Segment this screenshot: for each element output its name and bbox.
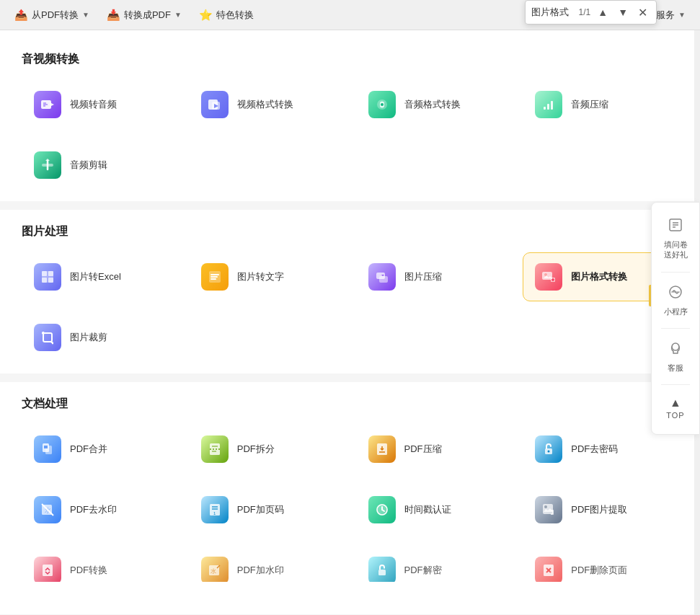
video-to-audio-icon	[34, 91, 61, 118]
svg-rect-10	[544, 107, 546, 110]
svg-marker-15	[45, 159, 50, 161]
video-to-audio-card[interactable]: 视频转音频	[22, 80, 177, 129]
special-convert-btn[interactable]: ⭐ 特色转换	[192, 5, 261, 25]
svg-rect-32	[43, 333, 52, 342]
doc-row-1: PDF合并 PDF拆分 PDF压缩 PDF去密码	[22, 425, 678, 474]
img-to-excel-icon	[34, 263, 61, 291]
video-format-label: 视频格式转换	[237, 98, 293, 111]
find-prev-btn[interactable]: ▲	[595, 5, 611, 19]
img-to-excel-label: 图片转Excel	[70, 270, 121, 283]
image-header: 图片处理	[22, 224, 678, 239]
svg-point-49	[548, 451, 550, 453]
to-pdf-label: 转换成PDF	[124, 9, 171, 22]
from-pdf-btn[interactable]: 📤 从PDF转换 ▼	[7, 5, 97, 25]
img-to-text-icon	[201, 263, 229, 291]
pdf-compress-label: PDF压缩	[404, 443, 442, 456]
pdf-split-icon	[201, 435, 229, 463]
pdf-add-watermark-card[interactable]: 水 PDF加水印	[189, 546, 345, 582]
audio-compress-card[interactable]: 音频压缩	[523, 80, 678, 129]
svg-marker-1	[50, 102, 54, 107]
svg-rect-26	[379, 276, 388, 283]
from-pdf-arrow: ▼	[82, 11, 89, 19]
audio-format-icon	[368, 91, 396, 118]
pdf-compress-card[interactable]: PDF压缩	[356, 425, 512, 474]
main-content: 音视频转换 视频转音频 视频格式转换 音频格式转换 音频压缩	[0, 30, 700, 614]
support-label: 客服	[668, 363, 683, 373]
find-next-btn[interactable]: ▼	[615, 5, 631, 19]
pdf-decrypt-card[interactable]: PDF解密	[356, 546, 512, 582]
pdf-extract-img-label: PDF图片提取	[571, 503, 627, 516]
svg-point-78	[672, 343, 679, 350]
svg-rect-41	[210, 443, 220, 455]
img-compress-icon	[368, 263, 396, 291]
img-crop-icon	[34, 324, 61, 351]
survey-label: 填问卷送好礼	[664, 239, 688, 260]
right-panel: 填问卷送好礼 小程序 客服 ▲ TOP	[651, 202, 700, 435]
svg-text:水: 水	[211, 568, 216, 575]
svg-rect-61	[543, 504, 553, 514]
top-arrow-icon: ▲	[670, 397, 681, 410]
audio-format-label: 音频格式转换	[404, 98, 461, 111]
audio-edit-icon	[34, 151, 61, 179]
document-header: 文档处理	[22, 397, 678, 412]
support-panel-item[interactable]: 客服	[655, 335, 696, 379]
pdf-decrypt-label: PDF解密	[404, 564, 442, 577]
to-pdf-arrow: ▼	[174, 11, 182, 19]
miniapp-label: 小程序	[664, 306, 688, 317]
img-to-text-card[interactable]: 图片转文字	[189, 252, 345, 301]
timestamp-label: 时间戳认证	[404, 503, 451, 516]
doc-row-2: 水 PDF去水印 1 PDF加页码 时间戳认证 PDF图片提取	[22, 485, 678, 534]
img-compress-card[interactable]: 图片压缩	[356, 252, 512, 301]
pdf-merge-card[interactable]: PDF合并	[22, 425, 177, 474]
pdf-unlock-label: PDF去密码	[571, 443, 618, 456]
pdf-delete-page-icon	[535, 557, 562, 582]
miniapp-icon	[668, 284, 683, 304]
img-format-label: 图片格式转换	[571, 270, 627, 283]
img-format-icon	[535, 263, 562, 291]
panel-divider-3	[661, 384, 690, 385]
image-row-2: 图片裁剪	[22, 313, 678, 362]
svg-rect-38	[45, 446, 52, 454]
section-divider-1	[0, 201, 700, 210]
find-close-btn[interactable]: ✕	[635, 4, 650, 21]
svg-point-62	[544, 505, 547, 508]
pdf-add-page-num-card[interactable]: 1 PDF加页码	[189, 485, 345, 534]
special-icon: ⭐	[199, 9, 213, 22]
svg-point-28	[544, 273, 547, 276]
miniapp-panel-item[interactable]: 小程序	[655, 278, 696, 322]
timestamp-card[interactable]: 时间戳认证	[356, 485, 512, 534]
pdf-split-card[interactable]: PDF拆分	[189, 425, 345, 474]
top-button[interactable]: ▲ TOP	[662, 391, 688, 425]
pdf-remove-watermark-icon: 水	[34, 496, 61, 523]
pdf-delete-page-card[interactable]: PDF删除页面	[523, 546, 678, 582]
pdf-remove-watermark-label: PDF去水印	[70, 503, 117, 516]
img-to-excel-card[interactable]: 图片转Excel	[22, 252, 177, 301]
svg-rect-27	[542, 272, 552, 280]
toolbar: 📤 从PDF转换 ▼ 📥 转换成PDF ▼ ⭐ 特色转换 图片格式 1/1 ▲ …	[0, 0, 700, 30]
video-format-icon	[201, 91, 229, 118]
pdf-add-watermark-label: PDF加水印	[237, 564, 284, 577]
svg-rect-12	[551, 101, 553, 110]
special-label: 特色转换	[216, 9, 254, 22]
panel-divider-1	[661, 272, 690, 273]
audio-video-row-2: 音频剪辑	[22, 141, 678, 190]
timestamp-icon	[368, 496, 396, 523]
pdf-extract-img-icon	[535, 496, 562, 523]
audio-video-header: 音视频转换	[22, 52, 678, 67]
to-pdf-btn[interactable]: 📥 转换成PDF ▼	[99, 5, 189, 25]
survey-panel-item[interactable]: 填问卷送好礼	[655, 211, 696, 266]
find-bar-title: 图片格式	[531, 6, 575, 19]
audio-edit-card[interactable]: 音频剪辑	[22, 141, 177, 190]
pdf-remove-watermark-card[interactable]: 水 PDF去水印	[22, 485, 177, 534]
img-compress-label: 图片压缩	[404, 270, 442, 283]
svg-rect-18	[48, 271, 53, 276]
pdf-extract-img-card[interactable]: PDF图片提取	[523, 485, 678, 534]
audio-format-card[interactable]: 音频格式转换	[356, 80, 512, 129]
pdf-convert-card[interactable]: PDF转换	[22, 546, 177, 582]
pdf-decrypt-icon	[368, 557, 396, 582]
img-crop-card[interactable]: 图片裁剪	[22, 313, 177, 362]
audio-edit-label: 音频剪辑	[70, 159, 107, 172]
svg-rect-67	[378, 570, 386, 575]
video-format-card[interactable]: 视频格式转换	[189, 80, 345, 129]
find-bar: 图片格式 1/1 ▲ ▼ ✕	[525, 0, 657, 25]
